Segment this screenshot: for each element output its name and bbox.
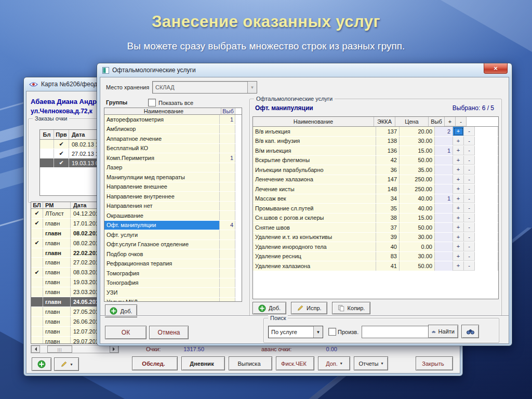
group-row[interactable]: Рефракционная терапия: [104, 259, 242, 269]
show-all-checkbox[interactable]: [148, 99, 156, 107]
find-button[interactable]: Найти: [428, 325, 458, 338]
close-icon[interactable]: ×: [484, 63, 508, 74]
increment-button[interactable]: +: [453, 146, 464, 155]
group-row[interactable]: Комп.Периметрия 1: [104, 153, 242, 163]
decrement-button[interactable]: -: [464, 127, 475, 136]
main-action-button[interactable]: Доп. ▾: [318, 356, 350, 370]
decrement-button[interactable]: -: [464, 165, 475, 175]
service-row[interactable]: Снятие швов 37 50.00 + -: [253, 223, 498, 233]
search-groupbox-label: Поиск: [268, 315, 288, 321]
decrement-button[interactable]: -: [464, 204, 475, 213]
group-row[interactable]: Направление внешнее: [104, 182, 242, 192]
scroll-right-icon[interactable]: [110, 345, 118, 353]
main-action-button[interactable]: Дневник: [181, 356, 225, 370]
add-record-button[interactable]: [32, 357, 51, 371]
service-row[interactable]: Удаление халазиона 41 50.00 + -: [253, 261, 498, 271]
increment-button[interactable]: +: [453, 194, 464, 204]
increment-button[interactable]: +: [453, 175, 464, 184]
dialog-titlebar[interactable]: Офтальмологические услуги: [97, 63, 512, 77]
service-row[interactable]: Вскрытие флегмоны 42 50.00 + -: [253, 156, 498, 166]
add-service-button[interactable]: Доб.: [252, 302, 286, 314]
increment-button[interactable]: +: [453, 242, 464, 251]
visits-cell-rm: главн: [43, 219, 71, 228]
service-selected-qty: [435, 137, 453, 146]
service-name: Удаление ресниц: [253, 252, 376, 261]
decrement-button[interactable]: -: [464, 146, 475, 155]
group-row[interactable]: Лазер: [104, 163, 242, 173]
group-row[interactable]: Авторефрактометрия 1: [104, 115, 242, 125]
copy-service-button[interactable]: Копир.: [332, 302, 371, 314]
increment-button[interactable]: +: [453, 165, 464, 175]
decrement-button[interactable]: -: [464, 261, 475, 271]
scrollbar-thumb[interactable]: |||: [47, 345, 72, 353]
decrement-button[interactable]: -: [464, 184, 475, 194]
dialog-bottom-panel: Поиск По услуге ▼ Произв. Найти: [100, 315, 509, 344]
increment-button[interactable]: +: [453, 233, 464, 242]
service-row[interactable]: В/в инъекция 137 20.00 2 + -: [253, 127, 498, 137]
increment-button[interactable]: +: [453, 137, 464, 146]
edit-record-button[interactable]: ▾: [54, 357, 79, 371]
decrement-button[interactable]: -: [464, 252, 475, 261]
group-row[interactable]: Услуги МКЛ: [104, 298, 242, 302]
groups-list[interactable]: Наименование Выб Авторефрактометрия 1 Ам…: [104, 108, 242, 302]
decrement-button[interactable]: -: [464, 242, 475, 251]
search-input[interactable]: [362, 326, 430, 338]
increment-button[interactable]: +: [453, 252, 464, 261]
decrement-button[interactable]: -: [464, 223, 475, 232]
search-mode-combobox[interactable]: По услуге ▼: [268, 326, 323, 338]
service-row[interactable]: Промывание сл.путей 35 40.00 + -: [253, 204, 498, 214]
group-row[interactable]: Подбор очков: [104, 249, 242, 259]
group-row[interactable]: Окрашивание: [104, 211, 242, 221]
service-row[interactable]: Инъекции парабульбарно 36 35.00 + -: [253, 165, 498, 175]
decrement-button[interactable]: -: [464, 137, 475, 146]
service-row[interactable]: В/м инъекция 136 15.00 1 + -: [253, 146, 498, 156]
increment-button[interactable]: +: [453, 261, 464, 271]
service-row[interactable]: Ленечение халазиона 147 250.00 + -: [253, 175, 498, 185]
service-name: Удаление халазиона: [253, 261, 376, 271]
decrement-button[interactable]: -: [464, 175, 475, 184]
advanced-find-button[interactable]: [461, 325, 479, 338]
group-count: [220, 172, 235, 182]
services-grid[interactable]: Наименование ЭККА Цена Выб + - В/в инъек…: [252, 116, 499, 299]
main-action-button[interactable]: Закрыть: [416, 356, 453, 370]
increment-button[interactable]: +: [453, 204, 464, 213]
group-row[interactable]: УЗИ: [104, 288, 242, 298]
increment-button[interactable]: +: [453, 127, 464, 136]
main-action-button[interactable]: Выписка: [229, 356, 272, 370]
custom-search-checkbox[interactable]: [328, 328, 336, 336]
service-row[interactable]: Сн.швов с рогов.и склеры 38 15.00 + -: [253, 214, 498, 223]
decrement-button[interactable]: -: [464, 214, 475, 223]
decrement-button[interactable]: -: [464, 233, 475, 242]
decrement-button[interactable]: -: [464, 156, 475, 165]
group-row[interactable]: Манипуляции мед препараты: [104, 172, 242, 182]
group-row[interactable]: Томография: [104, 269, 242, 278]
button-label: Закрыть: [422, 361, 444, 367]
service-row[interactable]: Удаление и.т. из конъюктивы 39 30.00 + -: [253, 233, 498, 243]
service-row[interactable]: Лечение кисты 148 250.00 + -: [253, 184, 498, 194]
show-all-option[interactable]: Показать все: [148, 99, 193, 107]
group-row[interactable]: Офт. манипуляции 4: [104, 221, 242, 231]
main-action-button[interactable]: Обслед.: [132, 356, 178, 370]
increment-button[interactable]: +: [453, 156, 464, 165]
edit-service-button[interactable]: Испр.: [291, 302, 327, 314]
group-row[interactable]: Офт.услуги Глазное отделение: [104, 240, 242, 250]
main-action-button[interactable]: Фиск.ЧЕК: [276, 356, 314, 370]
group-row[interactable]: Направление внутреннее: [104, 192, 242, 202]
service-row[interactable]: В/в кап. инфузия 138 30.00 + -: [253, 137, 498, 147]
main-action-button[interactable]: Отчеты ▾: [354, 356, 388, 370]
increment-button[interactable]: +: [453, 214, 464, 223]
service-row[interactable]: Удаление ресниц 83 30.00 + -: [253, 252, 498, 262]
group-row[interactable]: Амблиокор: [104, 125, 242, 135]
decrement-button[interactable]: -: [464, 194, 475, 204]
service-row[interactable]: Удаление инородного тела 40 0.00 + -: [253, 242, 498, 252]
increment-button[interactable]: +: [453, 184, 464, 194]
scroll-left-icon[interactable]: [31, 345, 40, 353]
horizontal-scrollbar[interactable]: |||: [31, 345, 119, 353]
group-row[interactable]: Направления нет: [104, 202, 242, 211]
service-row[interactable]: Массаж век 34 40.00 1 + -: [253, 194, 498, 204]
group-row[interactable]: Бесплатный КО: [104, 144, 242, 154]
group-row[interactable]: Тонография: [104, 278, 242, 288]
group-row[interactable]: Офт. услуги: [104, 230, 242, 240]
group-row[interactable]: Аппаратное лечение: [104, 134, 242, 144]
increment-button[interactable]: +: [453, 223, 464, 232]
